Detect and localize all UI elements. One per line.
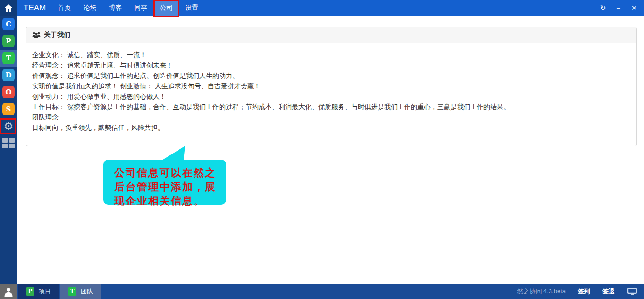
team-app-icon: T bbox=[2, 52, 15, 64]
sidebar-all-apps-button[interactable] bbox=[0, 135, 17, 152]
minimize-icon[interactable]: − bbox=[615, 4, 622, 12]
sidebar-settings-button[interactable]: ⚙ bbox=[0, 118, 17, 135]
nav-item-forum[interactable]: 论坛 bbox=[77, 0, 102, 16]
window-controls: ↻ − ✕ bbox=[600, 0, 637, 16]
about-line: 工作目标： 深挖客户资源是工作的基础，合作、互动是我们工作的过程；节约成本、利润… bbox=[32, 102, 631, 112]
user-avatar-button[interactable] bbox=[0, 284, 17, 299]
callout-tail bbox=[103, 146, 198, 160]
about-line: 创业动力： 用爱心做事业、用感恩的心做人！ bbox=[32, 91, 631, 102]
taskbar-item-team-label: 团队 bbox=[81, 287, 93, 296]
sidebar-app-oa[interactable]: O bbox=[0, 84, 17, 101]
nav-item-company-label: 公司 bbox=[160, 4, 173, 11]
users-icon bbox=[32, 32, 41, 38]
taskbar-item-project[interactable]: P 项目 bbox=[18, 284, 59, 299]
about-line: 价值观念： 追求价值是我们工作的起点、创造价值是我们人生的动力、 bbox=[32, 70, 631, 81]
project-task-icon: P bbox=[26, 287, 34, 296]
about-us-panel: 关于我们 企业文化： 诚信、踏实、优质、一流！ 经营理念： 追求卓越无止境、与时… bbox=[26, 27, 637, 146]
about-line: 团队理念 bbox=[32, 112, 631, 122]
home-button[interactable] bbox=[0, 0, 17, 16]
gear-icon: ⚙ bbox=[4, 121, 14, 132]
version-label: 然之协同 4.3.beta bbox=[517, 287, 566, 296]
sign-out-link[interactable]: 签退 bbox=[602, 287, 615, 296]
panel-title: 关于我们 bbox=[44, 31, 70, 39]
annotation-callout: 公司信息可以在然之 后台管理中添加，展 现企业相关信息。 bbox=[103, 160, 226, 205]
main-content: 关于我们 企业文化： 诚信、踏实、优质、一流！ 经营理念： 追求卓越无止境、与时… bbox=[17, 16, 644, 284]
brand-title[interactable]: TEAM bbox=[17, 0, 51, 16]
crm-app-icon: C bbox=[2, 18, 15, 30]
nav-item-settings[interactable]: 设置 bbox=[179, 0, 204, 16]
callout-text: 公司信息可以在然之 后台管理中添加，展 现企业相关信息。 bbox=[103, 160, 226, 208]
doc-app-icon: D bbox=[2, 69, 15, 81]
topbar: TEAM 首页 论坛 博客 同事 公司 设置 ↻ − ✕ bbox=[0, 0, 644, 16]
avatar-icon bbox=[3, 286, 14, 297]
home-icon bbox=[4, 4, 13, 12]
close-icon[interactable]: ✕ bbox=[631, 4, 637, 12]
sidebar-app-project[interactable]: P bbox=[0, 33, 17, 50]
about-line: 目标同向，负重领先，默契信任，风险共担。 bbox=[32, 122, 631, 133]
top-nav: 首页 论坛 博客 同事 公司 设置 bbox=[51, 0, 204, 16]
footer-right: 然之协同 4.3.beta 签到 签退 bbox=[517, 284, 644, 299]
about-line: 实现价值是我们恒久的追求！ 创业激情： 人生追求没句号、自古爱拼才会赢！ bbox=[32, 81, 631, 91]
footer-bar: P 项目 T 团队 然之协同 4.3.beta 签到 签退 bbox=[0, 284, 644, 299]
monitor-icon[interactable] bbox=[627, 287, 637, 296]
refresh-icon[interactable]: ↻ bbox=[600, 4, 606, 12]
sign-in-link[interactable]: 签到 bbox=[578, 287, 590, 296]
nav-item-home[interactable]: 首页 bbox=[51, 0, 77, 16]
project-app-icon: P bbox=[2, 35, 15, 47]
nav-item-blog[interactable]: 博客 bbox=[102, 0, 128, 16]
nav-item-company[interactable]: 公司 bbox=[153, 0, 179, 16]
panel-header: 关于我们 bbox=[26, 27, 636, 43]
sidebar-app-sys[interactable]: S bbox=[0, 101, 17, 118]
app-grid-icon bbox=[2, 138, 15, 148]
taskbar-item-team[interactable]: T 团队 bbox=[60, 284, 101, 299]
team-task-icon: T bbox=[68, 287, 76, 296]
nav-item-colleagues[interactable]: 同事 bbox=[128, 0, 153, 16]
about-line: 经营理念： 追求卓越无止境、与时俱进创未来！ bbox=[32, 60, 631, 70]
sidebar-app-doc[interactable]: D bbox=[0, 67, 17, 84]
taskbar-item-project-label: 项目 bbox=[39, 287, 51, 296]
panel-body: 企业文化： 诚信、踏实、优质、一流！ 经营理念： 追求卓越无止境、与时俱进创未来… bbox=[26, 43, 636, 139]
app-sidebar: C P T D O S ⚙ bbox=[0, 16, 17, 284]
sys-app-icon: S bbox=[2, 103, 15, 115]
sidebar-app-team[interactable]: T bbox=[0, 50, 17, 67]
oa-app-icon: O bbox=[2, 86, 15, 98]
about-line: 企业文化： 诚信、踏实、优质、一流！ bbox=[32, 50, 631, 60]
sidebar-app-crm[interactable]: C bbox=[0, 16, 17, 33]
